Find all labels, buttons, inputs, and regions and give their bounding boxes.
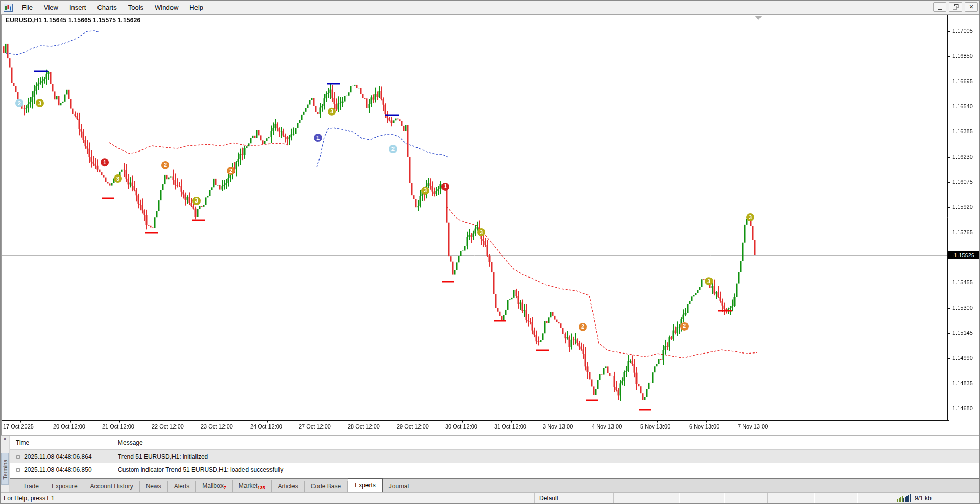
price-axis-label: 1.14835 [952,380,973,386]
status-cell [767,493,814,503]
time-axis-label: 30 Oct 12:00 [445,423,477,430]
price-axis-label: 1.15455 [952,279,973,285]
price-axis-label: 1.15765 [952,229,973,235]
restore-icon [953,4,959,10]
terminal-vertical-tab[interactable]: Terminal [1,453,9,485]
status-cell [814,493,857,503]
time-axis-label: 4 Nov 13:00 [592,423,622,430]
log-timestamp: 2025.11.08 04:48:06.850 [24,466,92,473]
log-row[interactable]: 2025.11.08 04:48:06.864 Trend 51 EURUSD,… [10,450,980,463]
time-axis-label: 7 Nov 13:00 [738,423,768,430]
time-axis-label: 5 Nov 13:00 [640,423,670,430]
price-chart-canvas[interactable] [2,15,980,435]
terminal-vertical-label: Terminal [2,458,8,480]
connection-bars-icon [897,494,913,502]
tab-exposure[interactable]: Exposure [45,481,84,492]
time-axis-label: 27 Oct 12:00 [299,423,331,430]
tab-trade[interactable]: Trade [17,481,45,492]
minimize-button[interactable] [933,2,946,12]
metatrader-window: File View Insert Charts Tools Window Hel… [0,0,980,504]
menu-view[interactable]: View [38,1,64,14]
menu-file[interactable]: File [16,1,38,14]
time-axis-label: 21 Oct 12:00 [102,423,134,430]
price-axis-label: 1.16695 [952,78,973,84]
price-axis-label: 1.15145 [952,330,973,336]
connection-status[interactable]: 9/1 kb [857,493,980,503]
status-cell [679,493,724,503]
close-button[interactable]: ✕ [965,2,978,12]
log-table-header: Time Message [10,436,980,450]
log-entry-icon [16,468,20,472]
price-axis-label: 1.16850 [952,53,973,59]
time-axis-label: 17 Oct 2025 [3,423,34,430]
tab-experts[interactable]: Experts [348,478,383,492]
time-axis-label: 6 Nov 13:00 [689,423,719,430]
tab-alerts[interactable]: Alerts [168,481,197,492]
terminal-tabs: Trade Exposure Account History News Aler… [10,478,980,493]
menu-help[interactable]: Help [184,1,209,14]
time-axis-label: 24 Oct 12:00 [250,423,282,430]
chart-ohlc-readout: EURUSD,H1 1.15645 1.15665 1.15575 1.1562… [6,17,140,24]
menu-insert[interactable]: Insert [64,1,92,14]
price-axis-label: 1.15610 [952,254,973,260]
menu-charts[interactable]: Charts [91,1,122,14]
status-cell [613,493,679,503]
terminal-panel: × Terminal Time Message 2025.11.08 04:48… [1,435,980,493]
profile-selector[interactable]: Default [534,493,613,503]
chart-shift-marker-icon[interactable] [755,16,762,20]
time-axis-label: 31 Oct 12:00 [494,423,526,430]
price-axis-label: 1.15920 [952,204,973,210]
price-axis-label: 1.16385 [952,128,973,134]
price-axis-label: 1.14680 [952,405,973,411]
price-axis-label: 1.14990 [952,355,973,361]
tab-mailbox-label: Mailbox [202,482,223,489]
price-axis-label: 1.17005 [952,28,973,34]
app-icon [3,3,13,12]
log-row-time: 2025.11.08 04:48:06.850 [10,463,114,476]
tab-news[interactable]: News [140,481,168,492]
time-axis-label: 23 Oct 12:00 [201,423,233,430]
log-entry-icon [16,455,20,459]
market-badge: 135 [257,485,265,490]
menu-window[interactable]: Window [149,1,184,14]
tab-journal[interactable]: Journal [383,481,415,492]
minimize-icon [938,9,942,10]
time-axis-label: 29 Oct 12:00 [397,423,429,430]
log-timestamp: 2025.11.08 04:48:06.864 [24,453,92,460]
status-cell [724,493,767,503]
status-help-text: For Help, press F1 [1,495,534,502]
mailbox-badge: 7 [224,485,226,490]
menu-tools[interactable]: Tools [122,1,149,14]
price-axis-label: 1.15300 [952,305,973,311]
chart-window: EURUSD,H1 1.15645 1.15665 1.15575 1.1562… [1,15,980,435]
tab-account-history[interactable]: Account History [84,481,140,492]
log-row-time: 2025.11.08 04:48:06.864 [10,450,114,463]
tab-market-label: Market [239,482,258,489]
time-axis-label: 28 Oct 12:00 [348,423,380,430]
window-controls: ✕ [933,2,978,12]
column-header-message[interactable]: Message [114,436,980,449]
time-axis-label: 20 Oct 12:00 [53,423,85,430]
terminal-close-icon[interactable]: × [2,436,8,442]
column-header-time[interactable]: Time [10,436,114,449]
price-axis-label: 1.16540 [952,103,973,109]
log-message: Trend 51 EURUSD,H1: initialized [114,453,980,460]
time-axis-label: 3 Nov 13:00 [543,423,573,430]
price-axis-label: 1.16230 [952,154,973,160]
restore-button[interactable] [949,2,962,12]
tab-articles[interactable]: Articles [272,481,304,492]
terminal-side-strip: × Terminal [1,436,10,493]
time-axis-label: 22 Oct 12:00 [152,423,184,430]
traffic-label: 9/1 kb [915,495,932,502]
log-message: Custom indicator Trend 51 EURUSD,H1: loa… [114,466,980,473]
tab-market[interactable]: Market135 [233,480,272,492]
tab-code-base[interactable]: Code Base [305,481,348,492]
tab-mailbox[interactable]: Mailbox7 [196,480,232,492]
menu-bar: File View Insert Charts Tools Window Hel… [1,1,979,15]
price-axis-label: 1.16075 [952,179,973,185]
log-row[interactable]: 2025.11.08 04:48:06.850 Custom indicator… [10,463,980,476]
status-bar: For Help, press F1 Default 9/1 kb [1,492,980,503]
